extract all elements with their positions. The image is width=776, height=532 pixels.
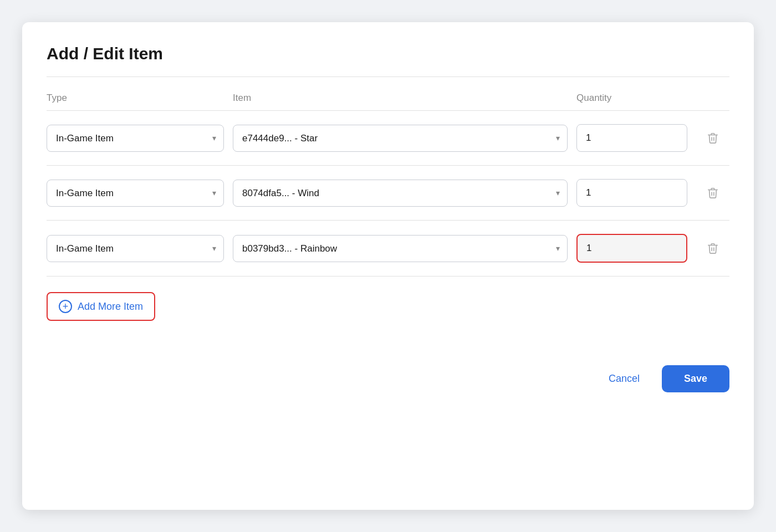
table-row: In-Game Item ▾ 8074dfa5... - Wind ▾ <box>47 166 729 221</box>
col-header-type: Type <box>47 93 224 104</box>
item-select-1[interactable]: e7444de9... - Star <box>233 125 568 152</box>
table-header: Type Item Quantity <box>47 93 729 111</box>
item-select-wrapper-2: 8074dfa5... - Wind ▾ <box>233 180 568 207</box>
type-select-wrapper-1: In-Game Item ▾ <box>47 125 224 152</box>
item-select-wrapper-1: e7444de9... - Star ▾ <box>233 125 568 152</box>
col-header-item: Item <box>233 93 568 104</box>
modal-container: Add / Edit Item Type Item Quantity In-Ga… <box>22 22 754 510</box>
item-select-2[interactable]: 8074dfa5... - Wind <box>233 180 568 207</box>
type-select-2[interactable]: In-Game Item <box>47 180 224 207</box>
type-select-wrapper-3: In-Game Item ▾ <box>47 235 224 262</box>
quantity-input-1[interactable] <box>576 124 687 152</box>
modal-title: Add / Edit Item <box>47 44 729 63</box>
add-more-label: Add More Item <box>78 301 143 313</box>
divider <box>47 76 729 77</box>
save-button[interactable]: Save <box>662 365 729 392</box>
quantity-input-3[interactable] <box>576 234 687 263</box>
plus-icon: + <box>59 300 72 313</box>
delete-button-3[interactable] <box>696 238 729 259</box>
footer-actions: Cancel Save <box>47 354 729 392</box>
item-select-3[interactable]: b0379bd3... - Rainbow <box>233 235 568 262</box>
cancel-button[interactable]: Cancel <box>598 366 651 391</box>
add-more-row: + Add More Item <box>47 277 729 321</box>
table-row: In-Game Item ▾ e7444de9... - Star ▾ <box>47 111 729 166</box>
col-header-quantity: Quantity <box>576 93 687 104</box>
quantity-input-2[interactable] <box>576 179 687 207</box>
delete-button-1[interactable] <box>696 127 729 149</box>
type-select-3[interactable]: In-Game Item <box>47 235 224 262</box>
type-select-1[interactable]: In-Game Item <box>47 125 224 152</box>
type-select-wrapper-2: In-Game Item ▾ <box>47 180 224 207</box>
table-row: In-Game Item ▾ b0379bd3... - Rainbow ▾ <box>47 221 729 277</box>
add-more-button[interactable]: + Add More Item <box>47 292 155 321</box>
item-select-wrapper-3: b0379bd3... - Rainbow ▾ <box>233 235 568 262</box>
delete-button-2[interactable] <box>696 182 729 203</box>
